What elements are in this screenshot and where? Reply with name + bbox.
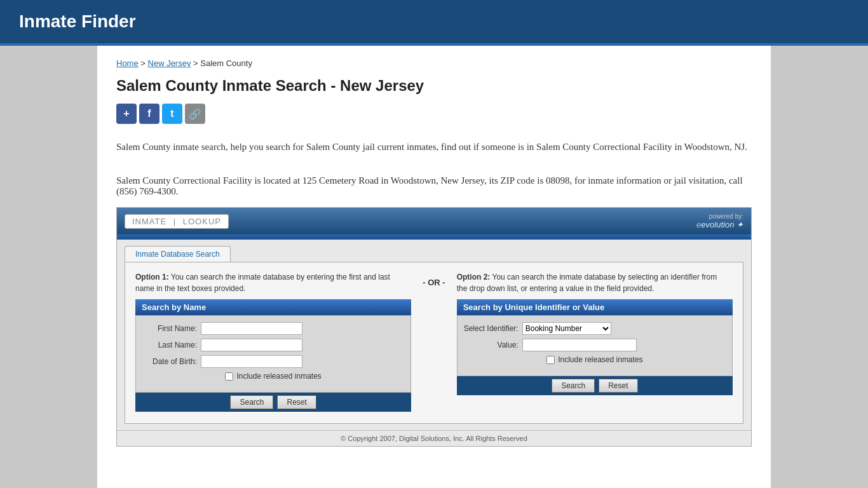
value-label: Value: [461, 341, 519, 349]
widget-copyright: © Copyright 2007, Digital Solutions, Inc… [341, 435, 527, 442]
widget-logo-text2: Lookup [183, 217, 221, 226]
evo-label: eevolution ✦ [696, 220, 743, 229]
breadcrumb-home[interactable]: Home [116, 58, 139, 68]
breadcrumb: Home > New Jersey > Salem County [116, 58, 752, 68]
share-icon[interactable]: + [116, 104, 137, 124]
widget-logo-text1: Inmate [132, 217, 166, 226]
include-released-row-1: Include released inmates [140, 372, 407, 381]
option2-text: You can search the inmate database by se… [457, 273, 717, 293]
powered-by-label: powered by: [696, 213, 743, 220]
first-name-label: First Name: [140, 324, 197, 333]
option2-description: Option 2: You can search the inmate data… [457, 271, 733, 294]
search-by-name-body: First Name: Last Name: Date of Birth: [135, 315, 411, 393]
search-by-id-box: Search by Unique Identifier or Value Sel… [457, 299, 733, 395]
social-icons-group: + f t 🔗 [116, 104, 752, 124]
select-identifier-row: Select Identifier: Booking Number SSN Da… [461, 322, 728, 335]
search-panel: Option 1: You can search the inmate data… [125, 262, 743, 424]
breadcrumb-state[interactable]: New Jersey [148, 58, 191, 68]
identifier-select[interactable]: Booking Number SSN Date of Birth [522, 322, 611, 335]
widget-blue-bar [117, 234, 751, 240]
copy-link-icon[interactable]: 🔗 [185, 104, 205, 124]
include-released-label-1: Include released inmates [236, 372, 321, 381]
search-by-id-button-row: Search Reset [457, 376, 733, 395]
option1-bold: Option 1: [135, 273, 169, 281]
page-title: Salem County Inmate Search - New Jersey [116, 77, 752, 95]
facebook-icon[interactable]: f [139, 104, 159, 124]
first-name-input[interactable] [201, 322, 302, 335]
last-name-label: Last Name: [140, 341, 197, 349]
widget-logo-sep: | [173, 217, 179, 226]
include-released-label-2: Include released inmates [558, 355, 642, 364]
include-released-row-2: Include released inmates [461, 355, 728, 364]
twitter-icon[interactable]: t [162, 104, 182, 124]
option1-text: You can search the inmate database by en… [135, 273, 390, 293]
include-released-checkbox-1[interactable] [225, 372, 233, 381]
inmate-lookup-widget: Inmate | Lookup powered by: eevolution ✦… [116, 207, 752, 447]
first-name-row: First Name: [140, 322, 407, 335]
reset-by-id-button[interactable]: Reset [599, 379, 637, 393]
main-content: Home > New Jersey > Salem County Salem C… [97, 46, 771, 488]
widget-header: Inmate | Lookup powered by: eevolution ✦ [117, 208, 751, 234]
description-1: Salem County inmate search, help you sea… [116, 139, 752, 154]
select-identifier-label: Select Identifier: [461, 324, 519, 333]
dob-input[interactable] [201, 355, 302, 368]
breadcrumb-county: Salem County [200, 58, 252, 68]
or-divider: - OR - [411, 271, 456, 287]
search-by-id-button[interactable]: Search [552, 379, 595, 393]
value-row: Value: [461, 339, 728, 351]
include-released-checkbox-2[interactable] [546, 356, 555, 364]
search-by-name-button[interactable]: Search [230, 395, 273, 409]
powered-by: powered by: eevolution ✦ [696, 213, 743, 229]
tab-inmate-database-search[interactable]: Inmate Database Search [125, 246, 231, 262]
options-row: Option 1: You can search the inmate data… [135, 271, 733, 412]
option1-description: Option 1: You can search the inmate data… [135, 271, 411, 294]
search-by-id-body: Select Identifier: Booking Number SSN Da… [457, 315, 733, 376]
site-title: Inmate Finder [19, 11, 849, 32]
tab-bar: Inmate Database Search [125, 246, 743, 262]
option2-bold: Option 2: [457, 273, 491, 281]
dob-row: Date of Birth: [140, 355, 407, 368]
value-input[interactable] [522, 339, 637, 351]
last-name-input[interactable] [201, 339, 302, 351]
search-by-name-box: Search by Name First Name: Last Name: [135, 299, 411, 412]
search-by-id-header: Search by Unique Identifier or Value [457, 299, 733, 315]
site-header: Inmate Finder [0, 0, 868, 46]
dob-label: Date of Birth: [140, 357, 197, 366]
search-by-name-header: Search by Name [135, 299, 411, 315]
widget-logo: Inmate | Lookup [125, 214, 229, 229]
description-2: Salem County Correctional Facility is lo… [116, 175, 752, 197]
last-name-row: Last Name: [140, 339, 407, 351]
widget-body: Inmate Database Search Option 1: You can… [117, 240, 751, 430]
widget-footer: © Copyright 2007, Digital Solutions, Inc… [117, 430, 751, 446]
reset-by-name-button[interactable]: Reset [277, 395, 316, 409]
search-by-name-button-row: Search Reset [135, 393, 411, 412]
